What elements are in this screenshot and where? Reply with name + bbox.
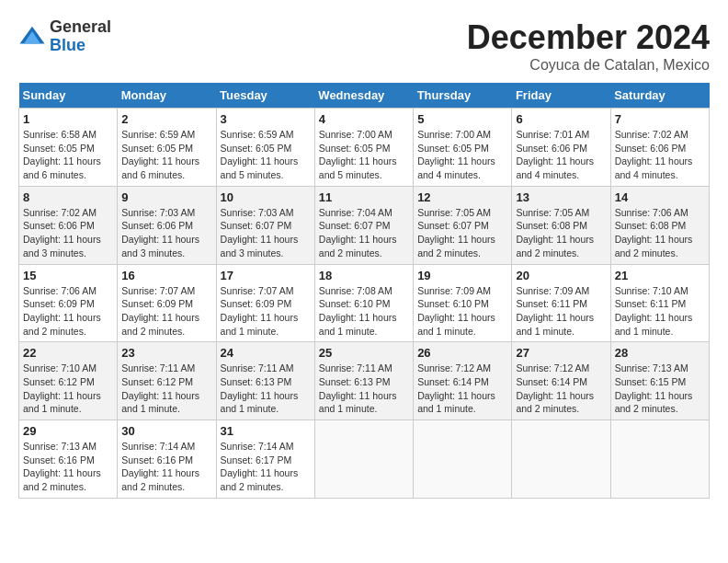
day-number: 25 (319, 346, 409, 360)
calendar-cell (414, 420, 512, 499)
calendar-cell (314, 420, 413, 499)
day-number: 11 (319, 190, 409, 204)
day-info: Sunrise: 7:08 AM Sunset: 6:10 PM Dayligh… (319, 284, 409, 339)
day-info: Sunrise: 7:12 AM Sunset: 6:14 PM Dayligh… (417, 362, 507, 416)
page-header: General Blue December 2024 Coyuca de Cat… (18, 18, 710, 74)
calendar-cell: 28Sunrise: 7:13 AM Sunset: 6:15 PM Dayli… (610, 342, 709, 420)
day-number: 9 (121, 190, 211, 204)
day-info: Sunrise: 7:14 AM Sunset: 6:17 PM Dayligh… (221, 440, 311, 494)
day-number: 6 (516, 112, 606, 126)
calendar-cell: 1Sunrise: 6:58 AM Sunset: 6:05 PM Daylig… (19, 109, 118, 187)
calendar-table: SundayMondayTuesdayWednesdayThursdayFrid… (18, 83, 710, 499)
day-number: 12 (417, 190, 507, 204)
calendar-cell (512, 420, 610, 499)
calendar-week-row: 15Sunrise: 7:06 AM Sunset: 6:09 PM Dayli… (19, 264, 710, 342)
calendar-day-header: Monday (118, 83, 216, 109)
calendar-cell: 8Sunrise: 7:02 AM Sunset: 6:06 PM Daylig… (19, 186, 118, 264)
day-number: 16 (121, 269, 211, 282)
calendar-cell: 10Sunrise: 7:03 AM Sunset: 6:07 PM Dayli… (216, 186, 314, 264)
day-info: Sunrise: 7:01 AM Sunset: 6:06 PM Dayligh… (516, 128, 606, 182)
calendar-cell: 7Sunrise: 7:02 AM Sunset: 6:06 PM Daylig… (610, 109, 709, 187)
calendar-cell: 16Sunrise: 7:07 AM Sunset: 6:09 PM Dayli… (118, 264, 216, 342)
logo-general: General (50, 18, 111, 37)
day-number: 18 (319, 269, 409, 282)
calendar-cell: 15Sunrise: 7:06 AM Sunset: 6:09 PM Dayli… (19, 264, 118, 342)
calendar-cell: 21Sunrise: 7:10 AM Sunset: 6:11 PM Dayli… (610, 264, 709, 342)
day-number: 29 (23, 424, 113, 438)
day-number: 31 (221, 424, 311, 438)
day-number: 26 (417, 346, 507, 360)
calendar-cell: 4Sunrise: 7:00 AM Sunset: 6:05 PM Daylig… (314, 109, 413, 187)
day-number: 19 (417, 269, 507, 282)
day-number: 20 (516, 269, 606, 282)
calendar-week-row: 8Sunrise: 7:02 AM Sunset: 6:06 PM Daylig… (19, 186, 710, 264)
day-info: Sunrise: 7:13 AM Sunset: 6:16 PM Dayligh… (23, 440, 113, 494)
logo-text: General Blue (50, 18, 111, 55)
logo: General Blue (18, 18, 111, 55)
day-info: Sunrise: 6:58 AM Sunset: 6:05 PM Dayligh… (23, 128, 113, 182)
calendar-cell: 29Sunrise: 7:13 AM Sunset: 6:16 PM Dayli… (19, 420, 118, 499)
day-info: Sunrise: 7:00 AM Sunset: 6:05 PM Dayligh… (417, 128, 507, 182)
day-number: 10 (221, 190, 311, 204)
day-info: Sunrise: 7:07 AM Sunset: 6:09 PM Dayligh… (121, 284, 211, 339)
day-number: 4 (319, 112, 409, 126)
day-number: 1 (23, 112, 113, 126)
calendar-cell: 9Sunrise: 7:03 AM Sunset: 6:06 PM Daylig… (118, 186, 216, 264)
calendar-cell: 19Sunrise: 7:09 AM Sunset: 6:10 PM Dayli… (414, 264, 512, 342)
day-number: 17 (221, 269, 311, 282)
calendar-cell: 11Sunrise: 7:04 AM Sunset: 6:07 PM Dayli… (314, 186, 413, 264)
calendar-cell: 13Sunrise: 7:05 AM Sunset: 6:08 PM Dayli… (512, 186, 610, 264)
calendar-cell: 25Sunrise: 7:11 AM Sunset: 6:13 PM Dayli… (314, 342, 413, 420)
calendar-cell: 12Sunrise: 7:05 AM Sunset: 6:07 PM Dayli… (414, 186, 512, 264)
day-info: Sunrise: 7:05 AM Sunset: 6:07 PM Dayligh… (417, 206, 507, 260)
month-title: December 2024 (467, 18, 710, 57)
calendar-cell: 23Sunrise: 7:11 AM Sunset: 6:12 PM Dayli… (118, 342, 216, 420)
calendar-week-row: 22Sunrise: 7:10 AM Sunset: 6:12 PM Dayli… (19, 342, 710, 420)
day-number: 2 (121, 112, 211, 126)
day-number: 8 (23, 190, 113, 204)
calendar-cell: 2Sunrise: 6:59 AM Sunset: 6:05 PM Daylig… (118, 109, 216, 187)
day-info: Sunrise: 7:09 AM Sunset: 6:11 PM Dayligh… (516, 284, 606, 339)
day-info: Sunrise: 6:59 AM Sunset: 6:05 PM Dayligh… (121, 128, 211, 182)
day-info: Sunrise: 7:06 AM Sunset: 6:08 PM Dayligh… (615, 206, 705, 260)
day-info: Sunrise: 7:02 AM Sunset: 6:06 PM Dayligh… (615, 128, 705, 182)
calendar-cell: 20Sunrise: 7:09 AM Sunset: 6:11 PM Dayli… (512, 264, 610, 342)
day-number: 7 (615, 112, 705, 126)
day-number: 23 (121, 346, 211, 360)
day-info: Sunrise: 7:00 AM Sunset: 6:05 PM Dayligh… (319, 128, 409, 182)
calendar-day-header: Thursday (414, 83, 512, 109)
day-info: Sunrise: 7:12 AM Sunset: 6:14 PM Dayligh… (516, 362, 606, 416)
day-number: 21 (615, 269, 705, 282)
day-info: Sunrise: 7:09 AM Sunset: 6:10 PM Dayligh… (417, 284, 507, 339)
calendar-cell: 18Sunrise: 7:08 AM Sunset: 6:10 PM Dayli… (314, 264, 413, 342)
calendar-cell (610, 420, 709, 499)
day-info: Sunrise: 7:14 AM Sunset: 6:16 PM Dayligh… (121, 440, 211, 494)
day-info: Sunrise: 7:11 AM Sunset: 6:13 PM Dayligh… (319, 362, 409, 416)
calendar-cell: 5Sunrise: 7:00 AM Sunset: 6:05 PM Daylig… (414, 109, 512, 187)
day-info: Sunrise: 7:04 AM Sunset: 6:07 PM Dayligh… (319, 206, 409, 260)
calendar-cell: 3Sunrise: 6:59 AM Sunset: 6:05 PM Daylig… (216, 109, 314, 187)
calendar-day-header: Wednesday (314, 83, 413, 109)
day-info: Sunrise: 7:02 AM Sunset: 6:06 PM Dayligh… (23, 206, 113, 260)
calendar-cell: 31Sunrise: 7:14 AM Sunset: 6:17 PM Dayli… (216, 420, 314, 499)
logo-icon (18, 23, 46, 51)
day-number: 27 (516, 346, 606, 360)
calendar-cell: 17Sunrise: 7:07 AM Sunset: 6:09 PM Dayli… (216, 264, 314, 342)
title-section: December 2024 Coyuca de Catalan, Mexico (467, 18, 710, 74)
day-number: 14 (615, 190, 705, 204)
day-number: 28 (615, 346, 705, 360)
calendar-week-row: 29Sunrise: 7:13 AM Sunset: 6:16 PM Dayli… (19, 420, 710, 499)
calendar-day-header: Sunday (19, 83, 118, 109)
calendar-header-row: SundayMondayTuesdayWednesdayThursdayFrid… (19, 83, 710, 109)
day-number: 3 (221, 112, 311, 126)
day-info: Sunrise: 7:05 AM Sunset: 6:08 PM Dayligh… (516, 206, 606, 260)
day-number: 15 (23, 269, 113, 282)
calendar-cell: 30Sunrise: 7:14 AM Sunset: 6:16 PM Dayli… (118, 420, 216, 499)
logo-blue: Blue (50, 37, 111, 55)
day-info: Sunrise: 7:10 AM Sunset: 6:11 PM Dayligh… (615, 284, 705, 339)
day-info: Sunrise: 7:07 AM Sunset: 6:09 PM Dayligh… (221, 284, 311, 339)
calendar-week-row: 1Sunrise: 6:58 AM Sunset: 6:05 PM Daylig… (19, 109, 710, 187)
calendar-day-header: Tuesday (216, 83, 314, 109)
day-info: Sunrise: 7:10 AM Sunset: 6:12 PM Dayligh… (23, 362, 113, 416)
calendar-cell: 26Sunrise: 7:12 AM Sunset: 6:14 PM Dayli… (414, 342, 512, 420)
